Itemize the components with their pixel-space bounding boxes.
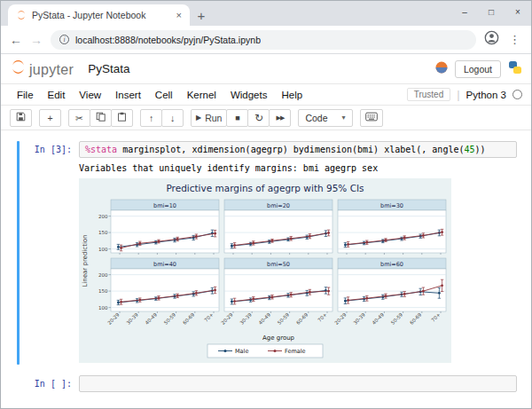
menu-cell[interactable]: Cell: [148, 90, 180, 100]
notebook-toolbar: + ✂ ↑: [1, 106, 531, 130]
back-icon[interactable]: ←: [10, 33, 22, 47]
kernel-idle-icon: [512, 90, 522, 99]
url-text[interactable]: localhost:8888/notebooks/pyjn/PyStata.ip…: [75, 35, 261, 45]
svg-text:bmi=20: bmi=20: [267, 202, 290, 209]
menu-file[interactable]: File: [10, 90, 41, 100]
tab-close-icon[interactable]: ×: [174, 10, 184, 20]
svg-text:Linear prediction: Linear prediction: [82, 234, 89, 287]
browser-navbar: ← → i localhost:8888/notebooks/pyjn/PySt…: [1, 26, 531, 54]
copy-icon: [96, 112, 106, 123]
copy-cell-button[interactable]: [90, 109, 112, 127]
jupyter-logo-text: jupyter: [29, 62, 74, 78]
empty-code-editor[interactable]: [79, 375, 517, 392]
header-right: Logout: [435, 60, 522, 78]
input-prompt: In [3]:: [24, 141, 79, 154]
svg-text:150: 150: [98, 288, 108, 294]
cell-type-value: Code: [305, 113, 327, 123]
svg-text:Predictive margins of agegrp w: Predictive margins of agegrp with 95% CI…: [166, 183, 364, 193]
paste-cell-button[interactable]: [111, 109, 133, 127]
kernel-separator: |: [457, 88, 459, 101]
command-palette-button[interactable]: [360, 109, 383, 127]
trusted-badge[interactable]: Trusted: [407, 88, 451, 101]
code-token: marginsplot, xdimension(agegrp) bydimens…: [117, 145, 464, 154]
browser-menu-icon[interactable]: ⋮: [507, 33, 522, 46]
interrupt-kernel-button[interactable]: ■: [226, 109, 248, 127]
svg-text:150: 150: [98, 230, 108, 235]
browser-tab[interactable]: PyStata - Jupyter Notebook ×: [8, 4, 190, 26]
notebook-title[interactable]: PyStata: [88, 62, 129, 75]
svg-text:200: 200: [98, 214, 108, 219]
forward-icon[interactable]: →: [30, 33, 43, 47]
svg-text:Age group: Age group: [262, 334, 295, 342]
code-token-close: )): [475, 145, 486, 154]
empty-input-prompt: In [ ]:: [24, 375, 79, 389]
restart-run-all-button[interactable]: ▶▶: [269, 109, 291, 127]
svg-text:100: 100: [98, 247, 108, 252]
python-logo-icon: [508, 60, 522, 78]
cell-type-dropdown[interactable]: Code ▾: [298, 109, 352, 127]
output-prompt: [24, 161, 79, 164]
code-editor[interactable]: %stata marginsplot, xdimension(agegrp) b…: [79, 141, 517, 158]
add-cell-button[interactable]: +: [39, 109, 61, 127]
site-info-icon[interactable]: i: [59, 35, 69, 44]
scissors-icon: ✂: [75, 113, 83, 123]
empty-code-cell[interactable]: In [ ]:: [17, 374, 517, 394]
output-area: Variables that uniquely identify margins…: [79, 161, 517, 365]
stop-icon: ■: [235, 114, 239, 122]
magic-token: %stata: [85, 145, 117, 154]
save-icon: [16, 112, 26, 123]
notebook-area: In [3]: %stata marginsplot, xdimension(a…: [1, 130, 531, 408]
logout-button[interactable]: Logout: [455, 60, 501, 78]
close-button[interactable]: ×: [505, 1, 531, 22]
stata-marginsplot-figure: Predictive margins of agegrp with 95% CI…: [79, 178, 451, 365]
url-bar[interactable]: i localhost:8888/notebooks/pyjn/PyStata.…: [51, 30, 476, 50]
cut-cell-button[interactable]: ✂: [68, 109, 90, 127]
menu-edit[interactable]: Edit: [41, 90, 73, 100]
restart-icon: ↻: [254, 112, 263, 124]
menu-view[interactable]: View: [72, 90, 108, 100]
kernel-name: Python 3: [466, 90, 506, 100]
save-button[interactable]: [10, 109, 32, 127]
profile-avatar-icon[interactable]: [484, 30, 499, 49]
window-controls: – □ ×: [451, 1, 531, 22]
app-badge-icon: [435, 61, 448, 77]
arrow-down-icon: ↓: [170, 113, 175, 123]
run-icon: ▶: [196, 114, 201, 122]
selected-cell-indicator: [17, 141, 20, 365]
run-cell-button[interactable]: ▶ Run: [191, 109, 227, 127]
menu-kernel[interactable]: Kernel: [180, 90, 223, 100]
tab-title: PyStata - Jupyter Notebook: [32, 10, 168, 20]
new-tab-button[interactable]: +: [190, 4, 213, 26]
svg-text:bmi=30: bmi=30: [380, 202, 403, 209]
move-cell-down-button[interactable]: ↓: [161, 109, 184, 127]
output-text: Variables that uniquely identify margins…: [79, 161, 517, 178]
arrow-up-icon: ↑: [149, 113, 153, 123]
svg-text:Male: Male: [235, 348, 248, 355]
jupyter-logo-icon: [10, 59, 27, 78]
menu-help[interactable]: Help: [274, 90, 309, 100]
svg-text:Female: Female: [285, 348, 306, 355]
kernel-status-area: Trusted | Python 3: [407, 88, 522, 101]
maximize-button[interactable]: □: [478, 1, 505, 22]
run-label: Run: [205, 113, 222, 123]
restart-kernel-button[interactable]: ↻: [247, 109, 270, 127]
plus-icon: +: [47, 113, 52, 123]
svg-text:bmi=50: bmi=50: [267, 261, 290, 268]
code-cell-selected[interactable]: In [3]: %stata marginsplot, xdimension(a…: [17, 139, 517, 366]
menu-widgets[interactable]: Widgets: [223, 90, 275, 100]
menu-insert[interactable]: Insert: [108, 90, 148, 100]
svg-text:200: 200: [98, 272, 108, 278]
svg-text:bmi=10: bmi=10: [153, 202, 176, 209]
jupyter-logo[interactable]: jupyter: [10, 59, 74, 78]
minimize-button[interactable]: –: [451, 1, 478, 22]
svg-text:bmi=40: bmi=40: [153, 261, 176, 268]
svg-text:bmi=60: bmi=60: [380, 261, 403, 268]
browser-window: PyStata - Jupyter Notebook × + – □ × ← →…: [0, 0, 532, 409]
jupyter-favicon-icon: [16, 10, 27, 20]
chevron-down-icon: ▾: [342, 114, 346, 122]
notebook-menubar: File Edit View Insert Cell Kernel Widget…: [1, 84, 531, 106]
move-cell-up-button[interactable]: ↑: [140, 109, 162, 127]
keyboard-icon: [365, 112, 378, 123]
svg-text:100: 100: [98, 305, 108, 311]
fast-forward-icon: ▶▶: [277, 114, 285, 122]
